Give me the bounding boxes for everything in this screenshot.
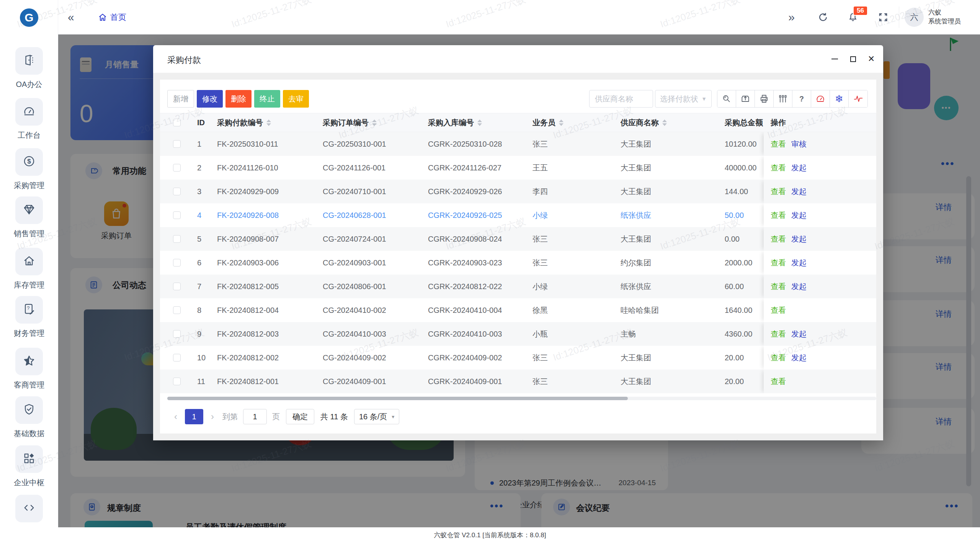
close-icon[interactable]: ✕: [867, 55, 875, 63]
tab-home[interactable]: 首页: [98, 12, 126, 23]
sidebar-item-8[interactable]: 基础数据: [0, 396, 58, 439]
sidebar-item-9[interactable]: 企业中枢: [0, 445, 58, 488]
row-action-workflow[interactable]: 发起: [791, 234, 807, 244]
avatar[interactable]: 六: [905, 8, 924, 27]
row-action-view[interactable]: 查看: [771, 305, 786, 316]
row-checkbox[interactable]: [173, 140, 181, 148]
row-action-view[interactable]: 查看: [771, 234, 786, 244]
sidebar-item-4[interactable]: 销售管理: [0, 196, 58, 239]
table-row[interactable]: 1FK-20250310-011CG-20250310-001CGRK-2025…: [160, 132, 876, 156]
pulse-icon[interactable]: [849, 90, 867, 107]
table-row[interactable]: 9FK-20240812-003CG-20240410-003CGRK-2024…: [160, 322, 876, 346]
row-action-workflow[interactable]: 发起: [791, 210, 807, 221]
supplier-search-input[interactable]: [589, 90, 653, 108]
app-logo[interactable]: G: [20, 8, 38, 27]
row-action-workflow[interactable]: 发起: [791, 281, 807, 292]
row-action-workflow[interactable]: 发起: [791, 163, 807, 173]
table-row[interactable]: 3FK-20240929-009CG-20240710-001CGRK-2024…: [160, 180, 876, 203]
row-checkbox[interactable]: [173, 211, 181, 219]
row-checkbox[interactable]: [173, 378, 181, 385]
collapse-sidebar-icon[interactable]: «: [68, 11, 74, 23]
toolbar-button-1[interactable]: 新增: [167, 90, 194, 108]
table-row[interactable]: 4FK-20240926-008CG-20240628-001CGRK-2024…: [160, 203, 876, 227]
topbar: « 首页 » 56 六 六蚁 系统管理员: [58, 0, 980, 34]
maximize-icon[interactable]: [849, 55, 857, 63]
row-action-view[interactable]: 查看: [771, 329, 786, 339]
column-header-supplier[interactable]: 供应商名称: [615, 113, 725, 132]
goto-page-input[interactable]: [243, 409, 267, 424]
table-row[interactable]: 2FK-20241126-010CG-20241126-001CGRK-2024…: [160, 156, 876, 180]
row-action-view[interactable]: 查看: [771, 376, 786, 387]
search-icon[interactable]: [717, 90, 736, 107]
sort-icon[interactable]: [372, 119, 377, 126]
notifications-bell-icon[interactable]: 56: [848, 12, 858, 23]
refresh-icon[interactable]: [818, 12, 828, 23]
user-info[interactable]: 六蚁 系统管理员: [928, 8, 961, 26]
table-hscrollbar-thumb[interactable]: [167, 397, 628, 400]
payment-status-select[interactable]: 选择付款状 ▼: [655, 90, 712, 108]
gauge-icon[interactable]: [811, 90, 830, 107]
row-action-workflow[interactable]: 发起: [791, 329, 807, 339]
row-checkbox[interactable]: [173, 330, 181, 338]
freeze-icon[interactable]: ❄: [830, 90, 849, 107]
help-icon[interactable]: ?: [792, 90, 811, 107]
sort-icon[interactable]: [477, 119, 482, 126]
minimize-icon[interactable]: [830, 55, 839, 63]
export-icon[interactable]: [736, 90, 755, 107]
table-row[interactable]: 11FK-20240812-001CG-20240409-001CGRK-202…: [160, 370, 876, 393]
row-action-view[interactable]: 查看: [771, 186, 786, 197]
columns-icon[interactable]: [774, 90, 792, 107]
page-size-select[interactable]: 16 条/页 ▾: [354, 409, 399, 424]
sort-icon[interactable]: [662, 119, 667, 126]
sort-icon[interactable]: [559, 119, 564, 126]
row-checkbox[interactable]: [173, 235, 181, 243]
sidebar-item-6[interactable]: ?财务管理: [0, 296, 58, 339]
column-header-payment_no[interactable]: 采购付款编号: [212, 113, 317, 132]
table-row[interactable]: 5FK-20240908-007CG-20240724-001CGRK-2024…: [160, 227, 876, 251]
table-row[interactable]: 6FK-20240903-006CG-20240903-001CGRK-2024…: [160, 251, 876, 275]
toolbar-button-3[interactable]: 删除: [225, 90, 252, 108]
table-row[interactable]: 7FK-20240812-005CG-20240806-001CGRK-2024…: [160, 275, 876, 298]
row-action-workflow[interactable]: 发起: [791, 186, 807, 197]
print-icon[interactable]: [755, 90, 774, 107]
sidebar-item-5[interactable]: 库存管理: [0, 248, 58, 290]
row-checkbox[interactable]: [173, 259, 181, 267]
row-action-view[interactable]: 查看: [771, 210, 786, 221]
select-all-checkbox[interactable]: [173, 119, 181, 126]
table-row[interactable]: 10FK-20240812-002CG-20240409-002CGRK-202…: [160, 346, 876, 370]
sidebar-item-1[interactable]: OA办公: [0, 47, 58, 90]
sort-icon[interactable]: [266, 119, 271, 126]
confirm-page-button[interactable]: 确定: [286, 409, 314, 424]
modal-body: 新增修改删除终止去审 选择付款状 ▼ ?❄ ID采购付款编号采购订单编号采购入库…: [153, 73, 883, 440]
row-action-workflow[interactable]: 审核: [791, 139, 807, 149]
expand-tabs-icon[interactable]: »: [788, 11, 795, 23]
toolbar-button-5[interactable]: 去审: [283, 90, 309, 108]
row-checkbox[interactable]: [173, 306, 181, 314]
goto-suffix-label: 页: [272, 412, 280, 422]
row-checkbox[interactable]: [173, 164, 181, 172]
row-checkbox[interactable]: [173, 283, 181, 290]
current-page-button[interactable]: 1: [185, 409, 203, 424]
toolbar-button-2[interactable]: 修改: [197, 90, 223, 108]
sidebar-item-2[interactable]: 工作台: [0, 98, 58, 141]
tab-home-label: 首页: [110, 12, 126, 23]
table-row[interactable]: 8FK-20240812-004CG-20240410-002CGRK-2024…: [160, 298, 876, 322]
sidebar-item-7[interactable]: 客商管理: [0, 348, 58, 390]
row-action-view[interactable]: 查看: [771, 163, 786, 173]
column-header-inbound_no[interactable]: 采购入库编号: [423, 113, 527, 132]
toolbar-button-4[interactable]: 终止: [254, 90, 280, 108]
column-header-salesperson[interactable]: 业务员: [527, 113, 615, 132]
prev-page-icon[interactable]: ‹: [174, 411, 177, 422]
row-action-workflow[interactable]: 发起: [791, 353, 807, 363]
column-header-order_no[interactable]: 采购订单编号: [317, 113, 423, 132]
row-action-view[interactable]: 查看: [771, 139, 786, 149]
row-checkbox[interactable]: [173, 354, 181, 361]
row-checkbox[interactable]: [173, 188, 181, 195]
row-action-view[interactable]: 查看: [771, 258, 786, 268]
fullscreen-icon[interactable]: [878, 12, 888, 22]
row-action-view[interactable]: 查看: [771, 353, 786, 363]
row-action-workflow[interactable]: 发起: [791, 258, 807, 268]
next-page-icon[interactable]: ›: [211, 411, 214, 422]
row-action-view[interactable]: 查看: [771, 281, 786, 292]
sidebar-item-3[interactable]: $采购管理: [0, 148, 58, 191]
